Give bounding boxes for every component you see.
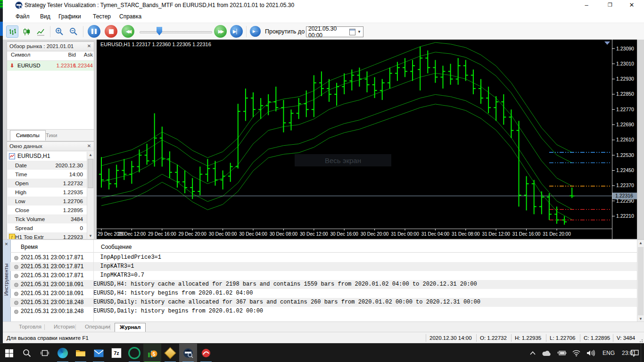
- speed-slider-thumb[interactable]: [157, 27, 162, 35]
- chart-line-button[interactable]: [35, 26, 46, 37]
- metaeditor-button[interactable]: [161, 344, 179, 362]
- task-view-button[interactable]: [36, 344, 54, 362]
- chart-background[interactable]: [97, 40, 637, 239]
- green-q-app-button[interactable]: [125, 344, 143, 362]
- metatrader5-button[interactable]: 5: [143, 344, 161, 362]
- 7zip-icon: 7z: [111, 348, 122, 358]
- tab-ticks[interactable]: Тики: [40, 131, 63, 140]
- data-window-row[interactable]: Time14:00: [8, 170, 87, 179]
- app-icon: [15, 1, 23, 9]
- column-header-bid[interactable]: Bid: [60, 52, 76, 58]
- journal-row[interactable]: 2021.05.31 23:00:18.248EURUSD,Daily: his…: [10, 298, 637, 307]
- journal-scrollbar[interactable]: ▲ ▼: [637, 240, 644, 322]
- taskbar-search-button[interactable]: [18, 344, 36, 362]
- scroll-to-button[interactable]: ▶··: [250, 26, 261, 37]
- data-window-row[interactable]: Spread0: [8, 223, 87, 232]
- journal-row[interactable]: 2021.05.31 23:00:18.248EURUSD,Daily: his…: [10, 307, 637, 316]
- rewind-button[interactable]: ◀◀: [122, 25, 134, 38]
- mail-button[interactable]: [90, 344, 107, 362]
- status-field-5: C: 1.22895: [584, 332, 610, 344]
- data-window-row[interactable]: High1.22935: [8, 188, 87, 197]
- journal-row[interactable]: 2021.05.31 23:00:17.871 InpAppliedPrice3…: [10, 253, 637, 262]
- journal-scroll-up-icon[interactable]: ▲: [637, 240, 644, 247]
- 7zip-button[interactable]: 7z: [107, 344, 125, 362]
- svg-text:1.22210: 1.22210: [616, 213, 634, 219]
- market-watch-row[interactable]: ⬇EURUSD1.223161.22344: [7, 61, 94, 71]
- journal-row[interactable]: 2021.05.31 23:00:18.091EURUSD,H4: histor…: [10, 280, 637, 289]
- red-app-button[interactable]: [197, 344, 215, 362]
- data-row-label: Date: [15, 161, 27, 170]
- strategy-tester-taskbar-button[interactable]: [179, 344, 197, 362]
- data-window-row[interactable]: ƒH1 Top Extr1.22923: [8, 232, 87, 239]
- pause-button[interactable]: [88, 25, 100, 38]
- menu-item-1[interactable]: Файл: [13, 12, 33, 21]
- scrollbar-thumb[interactable]: [88, 159, 93, 188]
- data-window-row[interactable]: Tick Volume3484: [8, 214, 87, 223]
- scroll-to-date-field[interactable]: 2021.05.30 00:00 ▼: [306, 26, 363, 37]
- chart-candles-button[interactable]: [21, 26, 32, 37]
- date-dropdown-arrow[interactable]: ▼: [357, 30, 361, 34]
- status-help-text: Для вызова справки нажмите F1: [7, 332, 89, 344]
- edge-browser-button[interactable]: [54, 344, 72, 362]
- data-window-row[interactable]: Date2020.12.30: [8, 161, 87, 170]
- scroll-up-icon[interactable]: ▲: [87, 152, 94, 158]
- wifi-tray-icon[interactable]: [570, 344, 583, 362]
- toolbox-tab-4[interactable]: Журнал: [115, 323, 146, 332]
- journal-column-message[interactable]: Сообщение: [101, 244, 132, 250]
- tray-expand-button[interactable]: [527, 344, 538, 362]
- toolbox-side-tab[interactable]: ✕ Инструменты: [3, 240, 11, 322]
- data-window-row[interactable]: Low1.22706: [8, 197, 87, 206]
- price-chart[interactable]: 1.230901.230101.229301.228501.227701.226…: [97, 40, 637, 239]
- stop-button[interactable]: [105, 25, 117, 38]
- journal-scroll-thumb[interactable]: [638, 247, 644, 315]
- calendar-icon[interactable]: [349, 29, 355, 35]
- maximize-button[interactable]: ❐: [600, 0, 620, 10]
- menu-item-2[interactable]: Вид: [37, 12, 53, 21]
- menu-item-3[interactable]: Графики: [56, 12, 84, 21]
- data-window-scrollbar[interactable]: ▲ ▼: [87, 152, 94, 239]
- journal-row[interactable]: 2021.05.31 23:00:17.871 InpKATR3=1: [10, 262, 637, 271]
- titlebar[interactable]: Strategy Tester Visualization : Tymen_ST…: [3, 0, 644, 11]
- svg-text:31 Dec 00:00: 31 Dec 00:00: [391, 231, 419, 237]
- data-window-row[interactable]: Open1.22732: [8, 179, 87, 188]
- zoom-in-button[interactable]: [54, 26, 65, 37]
- data-window-row[interactable]: Close1.22895: [8, 206, 87, 214]
- menu-item-5[interactable]: Справка: [116, 12, 144, 21]
- menu-bar: ФайлВидГрафикиТестерСправка: [3, 10, 644, 23]
- journal-column-time[interactable]: Время: [21, 244, 38, 250]
- scroll-down-icon[interactable]: ▼: [87, 233, 94, 239]
- language-indicator[interactable]: ENG: [600, 344, 618, 362]
- zoom-out-button[interactable]: [68, 26, 79, 37]
- column-header-symbol[interactable]: Символ: [11, 52, 30, 58]
- chart-area[interactable]: 1.230901.230101.229301.228501.227701.226…: [97, 40, 637, 239]
- show-desktop-button[interactable]: [641, 344, 644, 362]
- journal-column-divider[interactable]: [93, 240, 94, 322]
- data-window-instrument-row[interactable]: EURUSD,H1: [8, 152, 87, 161]
- journal-time: 2021.05.31 23:00:18.091: [21, 289, 83, 298]
- data-row-label: Time: [15, 170, 27, 179]
- toolbox-tab-1[interactable]: Торговля: [14, 323, 46, 331]
- symbol-cell: EURUSD: [17, 61, 41, 71]
- journal-row[interactable]: 2021.05.31 23:00:18.091EURUSD,H4: histor…: [10, 289, 637, 298]
- menu-item-4[interactable]: Тестер: [90, 12, 114, 21]
- chart-bars-button[interactable]: [7, 26, 18, 37]
- battery-tray-icon[interactable]: [554, 344, 569, 362]
- resize-grip[interactable]: [638, 338, 643, 343]
- start-button[interactable]: [0, 344, 18, 362]
- volume-tray-icon[interactable]: [584, 344, 598, 362]
- speed-slider-track[interactable]: [140, 31, 212, 33]
- data-window-close-icon[interactable]: ✕: [86, 143, 92, 149]
- onedrive-tray-icon[interactable]: [540, 344, 553, 362]
- toolbox-tab-2[interactable]: История: [49, 323, 80, 331]
- journal-row[interactable]: 2021.05.31 23:00:17.871 InpMKATR3=0.7: [10, 271, 637, 280]
- market-watch-close-icon[interactable]: ✕: [86, 43, 92, 49]
- minimize-button[interactable]: –: [576, 0, 597, 10]
- fast-forward-button[interactable]: ▶▶: [214, 25, 227, 38]
- file-explorer-button[interactable]: [72, 344, 90, 362]
- skip-to-end-button[interactable]: ▶▏: [230, 25, 243, 38]
- column-header-ask[interactable]: Ask: [78, 52, 93, 58]
- toolbox-close-icon[interactable]: ✕: [4, 242, 9, 247]
- close-button[interactable]: ✕: [621, 0, 642, 10]
- action-center-button[interactable]: [628, 344, 641, 362]
- mail-icon: [94, 349, 104, 357]
